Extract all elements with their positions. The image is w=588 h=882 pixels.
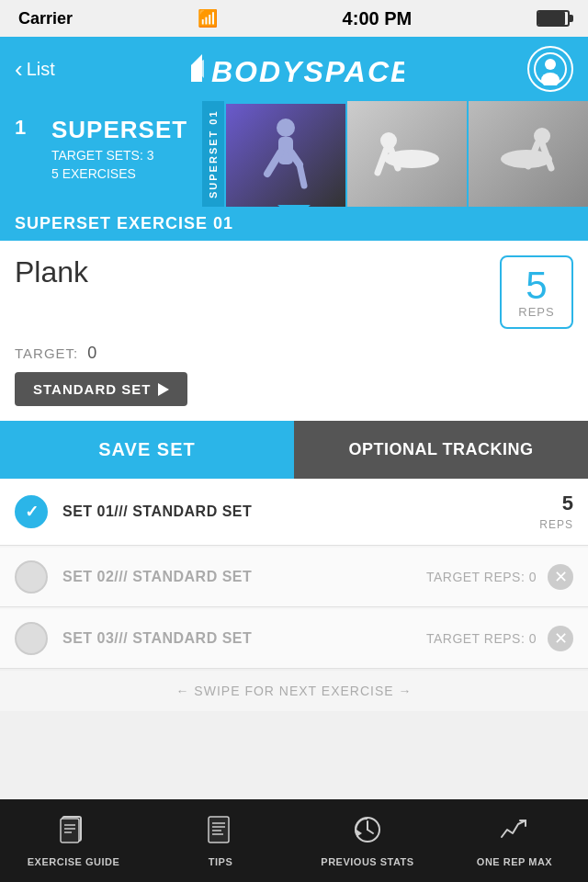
superset-title: SUPERSET [51, 116, 187, 144]
exercise-guide-label: EXERCISE GUIDE [28, 856, 120, 867]
exercise-header-label: SUPERSET EXERCISE 01 [15, 214, 233, 233]
thumb-figure-3 [469, 101, 588, 207]
set-row[interactable]: SET 02/// STANDARD SET TARGET REPS: 0 ✕ [0, 548, 588, 607]
avatar-icon [534, 52, 567, 85]
avatar-button[interactable] [527, 46, 573, 92]
status-bar: Carrier 📶 4:00 PM [0, 0, 588, 37]
superset-images: SUPERSET 01 [202, 101, 588, 207]
person-exercise-icon [492, 113, 565, 196]
save-set-button[interactable]: SAVE SET [0, 421, 294, 479]
one-rep-max-icon [500, 815, 529, 851]
previous-stats-icon [353, 815, 382, 851]
check-mark-icon: ✓ [25, 502, 39, 522]
nav-exercise-guide[interactable]: EXERCISE GUIDE [0, 799, 147, 882]
svg-text:BODYSPACE: BODYSPACE [211, 55, 404, 88]
set-01-reps-number: 5 [539, 492, 573, 515]
set-02-info: TARGET REPS: 0 [426, 569, 537, 585]
superset-number: 1 [15, 116, 40, 140]
svg-line-34 [368, 830, 373, 833]
svg-rect-23 [61, 819, 79, 842]
set-03-info: TARGET REPS: 0 [426, 630, 537, 647]
exercise-name-row: Plank 5 REPS [15, 255, 573, 329]
set-row[interactable]: ✓ SET 01/// STANDARD SET 5 REPS [0, 479, 588, 546]
svg-rect-27 [209, 817, 229, 842]
carrier-text: Carrier [18, 9, 73, 28]
superset-target-sets: TARGET SETS: 3 [51, 148, 187, 163]
swipe-hint: ← SWIPE FOR NEXT EXERCISE → [0, 671, 588, 711]
app-header: ‹ List BODYSPACE [0, 37, 588, 101]
exercise-name: Plank [15, 255, 88, 289]
svg-marker-35 [356, 830, 362, 837]
svg-point-5 [541, 73, 560, 85]
standard-set-button[interactable]: STANDARD SET [15, 372, 187, 406]
superset-exercises: 5 EXERCISES [51, 166, 187, 181]
status-icons [537, 10, 570, 27]
header-avatar-area[interactable] [527, 46, 573, 92]
superset-info: 1 SUPERSET TARGET SETS: 3 5 EXERCISES [0, 101, 202, 207]
set-03-label: SET 03/// STANDARD SET [62, 630, 252, 647]
main-exercise-content: Plank 5 REPS TARGET: 0 STANDARD SET [0, 241, 588, 421]
reps-number: 5 [526, 266, 547, 305]
one-rep-max-svg [500, 815, 529, 844]
exercise-thumb-3[interactable] [467, 101, 588, 207]
one-rep-max-label: ONE REP MAX [477, 856, 552, 867]
swipe-hint-text: ← SWIPE FOR NEXT EXERCISE → [175, 684, 412, 698]
thumb-figure-2 [347, 101, 467, 207]
reps-box[interactable]: 5 REPS [500, 255, 573, 329]
exercise-thumb-2[interactable] [345, 101, 467, 207]
set-02-label: SET 02/// STANDARD SET [62, 569, 252, 585]
svg-line-10 [300, 164, 304, 186]
tips-label: TIPS [209, 856, 232, 867]
svg-point-6 [277, 119, 295, 137]
bottom-nav: EXERCISE GUIDE TIPS PREVIOUS STATS [0, 799, 588, 882]
exercise-guide-icon [59, 815, 88, 851]
wifi-icon: 📶 [198, 8, 218, 28]
bodyspace-logo: BODYSPACE [184, 47, 404, 91]
superset-text: SUPERSET TARGET SETS: 3 5 EXERCISES [51, 116, 187, 181]
thumb-figure-1 [226, 104, 345, 207]
superset-vertical-label: SUPERSET 01 [202, 101, 224, 207]
set-check-completed: ✓ [15, 495, 48, 528]
svg-line-8 [267, 153, 280, 174]
svg-point-4 [545, 59, 556, 70]
logo-area: BODYSPACE [184, 47, 404, 91]
optional-tracking-button[interactable]: OPTIONAL TRACKING [294, 421, 588, 479]
set-03-remove-button[interactable]: ✕ [548, 626, 573, 651]
set-02-target: TARGET REPS: 0 [426, 570, 537, 584]
nav-previous-stats[interactable]: PREVIOUS STATS [294, 799, 441, 882]
battery-icon [537, 10, 570, 27]
person-lying-icon [370, 113, 444, 196]
target-value: 0 [87, 344, 96, 363]
previous-stats-label: PREVIOUS STATS [321, 856, 413, 867]
set-01-reps: 5 REPS [539, 492, 573, 532]
set-01-reps-label: REPS [539, 518, 573, 531]
set-01-label: SET 01/// STANDARD SET [62, 503, 252, 520]
tips-svg [206, 815, 235, 844]
target-row: TARGET: 0 [15, 344, 573, 363]
tips-icon [206, 815, 235, 851]
back-label: List [27, 59, 55, 80]
target-label: TARGET: [15, 345, 78, 361]
nav-tips[interactable]: TIPS [147, 799, 294, 882]
previous-stats-svg [353, 815, 382, 844]
set-02-remove-button[interactable]: ✕ [548, 564, 573, 590]
back-chevron-icon: ‹ [15, 57, 23, 81]
action-buttons-row: SAVE SET OPTIONAL TRACKING [0, 421, 588, 479]
set-03-target: TARGET REPS: 0 [426, 631, 537, 646]
svg-line-13 [378, 148, 387, 173]
exercise-guide-svg [59, 815, 88, 844]
set-check-empty [15, 622, 48, 655]
status-time: 4:00 PM [343, 8, 413, 29]
exercise-thumb-1[interactable] [224, 101, 345, 207]
reps-label: REPS [518, 305, 554, 319]
nav-one-rep-max[interactable]: ONE REP MAX [441, 799, 588, 882]
battery-fill [538, 12, 565, 25]
section-arrow [277, 205, 311, 220]
play-icon [158, 383, 169, 396]
back-button[interactable]: ‹ List [15, 57, 55, 81]
set-row[interactable]: SET 03/// STANDARD SET TARGET REPS: 0 ✕ [0, 609, 588, 669]
standard-set-label: STANDARD SET [33, 381, 151, 397]
set-check-empty [15, 560, 48, 594]
sets-list: ✓ SET 01/// STANDARD SET 5 REPS SET 02//… [0, 479, 588, 669]
superset-section: 1 SUPERSET TARGET SETS: 3 5 EXERCISES SU… [0, 101, 588, 207]
